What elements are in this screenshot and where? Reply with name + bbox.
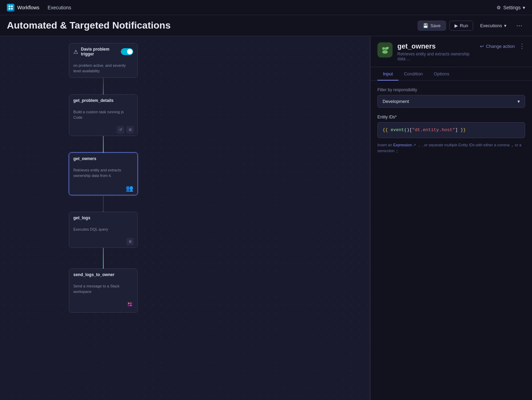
trigger-icon: ⚠ [73, 49, 78, 55]
logs-body: Executes DQL query [69, 224, 137, 235]
change-action-label: Change action [486, 44, 515, 49]
entity-ids-label: Entity IDs* [377, 115, 525, 119]
save-label: Save [430, 23, 441, 28]
svg-rect-0 [9, 6, 10, 7]
problem-details-desc: Build a custom task running js Code [73, 110, 124, 119]
trigger-title: Davis problem trigger [81, 47, 118, 56]
logs-title: get_logs [73, 215, 133, 220]
get-logs-node[interactable]: get_logs Executes DQL query ⊞ [69, 212, 138, 248]
panel-node-desc: Retrieves entity and extracts ownership … [397, 52, 475, 61]
logs-grid-icon[interactable]: ⊞ [126, 238, 134, 245]
svg-rect-3 [11, 8, 13, 10]
svg-point-11 [382, 50, 388, 54]
code-close-brace: }} [458, 127, 466, 133]
panel-more-button[interactable]: ⋮ [519, 42, 525, 50]
settings-button[interactable]: ⚙ Settings ▾ [497, 5, 525, 10]
send-logs-header: send_logs_to_owner [69, 269, 137, 281]
panel-header-top: get_owners Retrieves entity and extracts… [377, 42, 525, 61]
problem-details-title: get_problem_details [73, 98, 133, 103]
refresh-icon[interactable]: ↺ [117, 126, 124, 134]
toolbar-actions: 💾 Save ▶ Run Executions ▾ ⋯ [418, 20, 525, 31]
code-string: "dt.entity.host" [412, 127, 455, 133]
svg-point-8 [130, 305, 132, 306]
toolbar-more-button[interactable]: ⋯ [513, 20, 525, 31]
problem-details-header: get_problem_details [69, 95, 137, 106]
svg-point-5 [128, 303, 129, 304]
panel-header-actions: ↩ Change action ⋮ [480, 42, 525, 50]
svg-rect-2 [9, 8, 10, 10]
connector-2 [103, 136, 104, 152]
get-owners-node[interactable]: get_owners Retrieves entity and extracts… [69, 152, 138, 196]
entity-ids-text: Entity IDs [377, 115, 395, 119]
logs-footer: ⊞ [69, 236, 137, 248]
top-nav: Workflows Executions ⚙ Settings ▾ [0, 0, 532, 15]
svg-point-6 [130, 303, 132, 304]
trigger-node[interactable]: ⚠ Davis problem trigger on problem activ… [69, 43, 138, 78]
svg-rect-4 [127, 302, 133, 307]
chevron-down-icon: ▾ [523, 5, 525, 10]
code-method: event [390, 127, 404, 133]
grid-icon[interactable]: ⊞ [126, 126, 134, 134]
workflow-title: Automated & Targeted Notifications [7, 20, 412, 31]
panel-tabs: Input Condition Options [371, 67, 532, 81]
change-action-button[interactable]: ↩ Change action [480, 44, 515, 49]
owners-node-icon: 👥 [126, 185, 133, 192]
run-label: Run [460, 23, 468, 28]
owners-header: get_owners [69, 153, 137, 165]
trigger-toggle[interactable] [121, 48, 133, 55]
slack-icon [126, 301, 133, 309]
panel-header: get_owners Retrieves entity and extracts… [371, 36, 532, 67]
send-logs-title: send_logs_to_owner [73, 272, 133, 277]
required-marker: * [395, 115, 397, 119]
svg-point-12 [387, 47, 389, 49]
helper-comma-text: , or separate multiple Entity IDs with e… [422, 143, 510, 147]
problem-details-footer: ↺ ⊞ [69, 124, 137, 136]
entity-ids-field[interactable]: {{ event()["dt.entity.host"] }} [377, 122, 525, 138]
semicolon-symbol: ; [397, 149, 398, 153]
run-button[interactable]: ▶ Run [449, 21, 473, 31]
logs-desc: Executes DQL query [73, 227, 108, 231]
filter-value: Development [383, 99, 409, 104]
panel-node-icon [377, 42, 393, 57]
panel-content: Filter by responsibility Development ▾ E… [371, 81, 532, 400]
connector-1 [103, 78, 104, 94]
change-action-icon: ↩ [480, 44, 484, 49]
expression-link[interactable]: Expression [393, 143, 412, 147]
send-logs-footer [69, 298, 137, 312]
settings-label: Settings [503, 5, 521, 10]
nav-right: ⚙ Settings ▾ [497, 5, 525, 10]
save-icon: 💾 [423, 23, 428, 28]
helper-separator-1: , [418, 143, 419, 147]
trigger-body: on problem active, and severity level av… [69, 60, 137, 77]
save-button[interactable]: 💾 Save [418, 21, 446, 31]
send-logs-node[interactable]: send_logs_to_owner Send a message to a S… [69, 269, 138, 313]
right-panel: get_owners Retrieves entity and extracts… [370, 36, 532, 400]
svg-rect-1 [11, 6, 13, 7]
svg-point-9 [382, 47, 385, 50]
helper-prefix: Insert an [377, 143, 392, 147]
send-logs-desc: Send a message to a Slack workspace [73, 284, 119, 294]
nav-executions[interactable]: Executions [48, 5, 71, 10]
code-open-brace: {{ [383, 127, 390, 133]
workflow-nodes: ⚠ Davis problem trigger on problem activ… [69, 43, 138, 313]
filter-chevron-icon: ▾ [518, 99, 520, 104]
tab-input[interactable]: Input [377, 67, 398, 81]
nav-workflows[interactable]: Workflows [17, 5, 39, 10]
tab-options[interactable]: Options [428, 67, 455, 81]
workflow-canvas[interactable]: ⚠ Davis problem trigger on problem activ… [0, 36, 370, 400]
logo-icon [7, 4, 14, 11]
owners-title: get_owners [73, 156, 133, 161]
svg-point-7 [128, 305, 129, 306]
filter-select[interactable]: Development ▾ [377, 95, 525, 108]
get-problem-details-node[interactable]: get_problem_details Build a custom task … [69, 94, 138, 136]
panel-node-title: get_owners [397, 42, 475, 50]
problem-details-body: Build a custom task running js Code [69, 106, 137, 124]
owners-desc: Retrieves entity and extracts ownership … [73, 168, 121, 178]
send-logs-body: Send a message to a Slack workspace [69, 281, 137, 298]
tab-condition[interactable]: Condition [398, 67, 428, 81]
run-icon: ▶ [455, 23, 458, 28]
external-link-icon: ↗ [413, 143, 416, 147]
executions-button[interactable]: Executions ▾ [477, 21, 510, 30]
owners-footer: 👥 [69, 182, 137, 195]
main-layout: ⚠ Davis problem trigger on problem activ… [0, 36, 532, 400]
